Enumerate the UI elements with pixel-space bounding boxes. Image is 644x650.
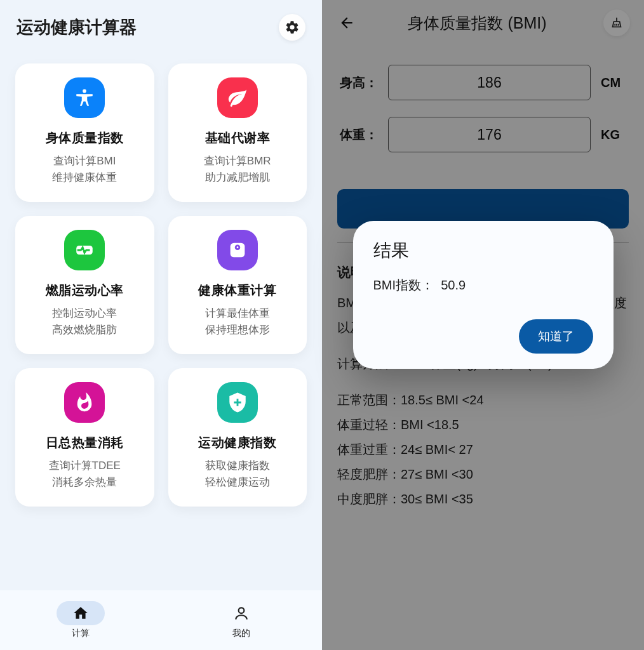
card-title: 日总热量消耗 [46, 434, 124, 451]
card-heart-rate[interactable]: 燃脂运动心率 控制运动心率高效燃烧脂肪 [15, 216, 154, 354]
scale-icon [217, 230, 258, 270]
leaf-icon [217, 77, 258, 118]
card-desc: 控制运动心率高效燃烧脂肪 [52, 305, 117, 338]
home-icon [57, 601, 105, 625]
result-dialog: 结果 BMI指数： 50.9 知道了 [353, 221, 614, 369]
calculator-home-screen: 运动健康计算器 身体质量指数 查询计算BMI维持健康体重 基础代谢率 查询计算B… [0, 0, 322, 650]
card-desc: 获取健康指数轻松健康运动 [205, 458, 270, 490]
nav-label: 计算 [72, 628, 90, 639]
calculator-grid: 身体质量指数 查询计算BMI维持健康体重 基础代谢率 查询计算BMR助力减肥增肌… [0, 51, 322, 590]
dialog-title: 结果 [373, 239, 593, 263]
dialog-confirm-button[interactable]: 知道了 [519, 319, 593, 354]
bmi-detail-screen: 身体质量指数 (BMI) 身高： CM 体重： KG 说明 BMI指数又称为身体… [322, 0, 644, 650]
nav-label: 我的 [232, 628, 250, 639]
card-desc: 查询计算TDEE消耗多余热量 [49, 458, 121, 490]
card-title: 燃脂运动心率 [46, 282, 124, 299]
card-bmi[interactable]: 身体质量指数 查询计算BMI维持健康体重 [15, 63, 154, 202]
card-weight[interactable]: 健康体重计算 计算最佳体重保持理想体形 [168, 216, 307, 354]
settings-button[interactable] [279, 14, 305, 41]
card-desc: 计算最佳体重保持理想体形 [205, 305, 270, 338]
home-header: 运动健康计算器 [0, 0, 322, 51]
accessibility-icon [64, 77, 105, 118]
card-health-index[interactable]: 运动健康指数 获取健康指数轻松健康运动 [168, 368, 307, 507]
card-title: 运动健康指数 [198, 434, 276, 451]
heart-rate-icon [64, 230, 105, 270]
svg-point-0 [83, 90, 86, 93]
bottom-nav: 计算 我的 [0, 590, 322, 650]
person-icon [217, 601, 265, 625]
flame-icon [64, 382, 105, 423]
shield-plus-icon [217, 382, 258, 423]
nav-tab-mine[interactable]: 我的 [217, 601, 265, 639]
card-bmr[interactable]: 基础代谢率 查询计算BMR助力减肥增肌 [168, 63, 307, 202]
gear-icon [285, 20, 300, 35]
svg-point-4 [236, 246, 238, 248]
card-title: 基础代谢率 [205, 129, 271, 147]
card-title: 身体质量指数 [46, 129, 124, 147]
app-title: 运动健康计算器 [17, 16, 137, 39]
card-title: 健康体重计算 [198, 282, 276, 299]
dialog-body: BMI指数： 50.9 [373, 277, 593, 294]
card-tdee[interactable]: 日总热量消耗 查询计算TDEE消耗多余热量 [15, 368, 154, 507]
card-desc: 查询计算BMI维持健康体重 [52, 153, 117, 185]
card-desc: 查询计算BMR助力减肥增肌 [204, 153, 271, 185]
nav-tab-calculate[interactable]: 计算 [57, 601, 105, 639]
svg-point-5 [239, 607, 245, 613]
